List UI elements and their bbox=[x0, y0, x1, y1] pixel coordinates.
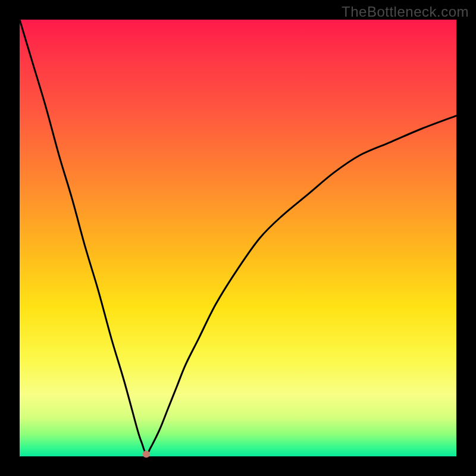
plot-gradient-background bbox=[20, 20, 456, 456]
watermark-text: TheBottleneck.com bbox=[342, 4, 469, 20]
chart-frame: TheBottleneck.com bbox=[0, 0, 476, 476]
